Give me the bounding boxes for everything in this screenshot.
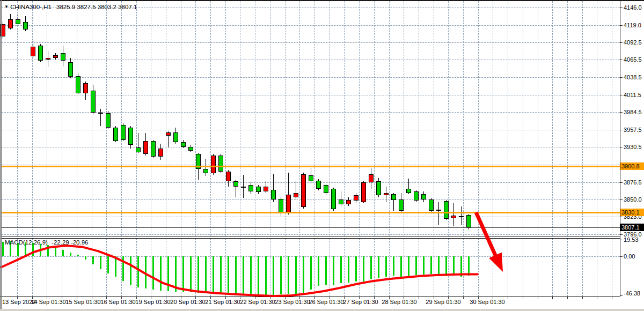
macd-histogram-bar [325,256,327,285]
time-gridline [434,1,434,236]
time-axis-label: 26 Sep 01:30 [309,299,343,305]
candle-body [451,216,456,218]
candle-body [429,199,434,211]
macd-histogram-bar [310,256,312,290]
time-gridline-macd [404,239,404,297]
macd-histogram-bar [250,256,252,296]
candle-body [444,201,449,219]
price-gridline [2,77,620,78]
macd-histogram-bar [423,256,425,275]
time-gridline [240,1,240,236]
time-gridline [567,1,568,236]
price-gridline [2,217,620,217]
candle-body [286,195,291,213]
macd-histogram-bar [130,256,131,285]
time-gridline-macd [552,239,553,297]
macd-histogram-bar [438,256,440,275]
candle-body [331,189,336,209]
time-gridline-macd [314,239,315,297]
macd-histogram-bar [370,256,372,279]
window-top-border [0,0,644,1]
time-gridline-macd [225,239,226,297]
macd-histogram-bar [47,245,49,256]
time-axis-label: 28 Sep 01:30 [382,299,416,305]
time-axis-tick [582,297,583,299]
time-gridline-macd [344,239,345,297]
macd-histogram-bar [430,256,432,274]
time-gridline-macd [62,239,62,297]
macd-histogram-bar [220,256,222,294]
price-axis-label: 4146.0 [624,4,642,11]
symbol-ohlc-values: 3825.9 3827.5 3803.2 3807.1 [56,4,137,10]
pane-splitter[interactable] [2,238,620,239]
candle-body [279,199,283,212]
macd-histogram-bar [92,256,94,264]
horizontal-line[interactable] [2,166,620,167]
time-gridline-macd [389,239,390,297]
current-price-line [2,227,620,228]
price-axis-label: 3850.0 [624,196,642,203]
time-axis-tick [567,297,568,299]
candle-body [143,141,148,154]
time-axis-label: 22 Sep 01:30 [240,299,275,305]
candle-body [354,195,358,201]
time-gridline [255,1,255,236]
time-gridline [612,1,612,236]
time-gridline-macd [523,239,523,297]
candle-body [188,147,193,151]
time-gridline [92,1,92,236]
candle-body [53,55,58,58]
time-axis-tick [612,297,612,299]
time-gridline-macd [136,239,137,297]
candle-body [309,175,313,181]
time-gridline-macd [493,239,493,297]
macd-indicator-label: MACD(12,26,9) -22.29 -20.96 [5,239,89,246]
price-gridline [2,42,620,43]
candle-body [31,47,35,56]
macd-histogram-bar [190,256,192,292]
candle-body [271,190,276,199]
price-axis [620,0,644,309]
macd-histogram-bar [408,256,409,276]
time-gridline [597,1,597,236]
time-axis-tick [538,297,538,299]
time-gridline-macd [567,239,568,297]
time-gridline [330,1,330,236]
candle-body [128,128,133,145]
candle-body [121,125,126,140]
time-gridline [552,1,553,236]
price-axis-label: 4092.5 [624,39,642,46]
macd-histogram-bar [175,256,177,292]
time-gridline-macd [463,239,464,297]
time-gridline-macd [582,239,583,297]
candle-body [151,141,156,157]
time-gridline-macd [106,239,107,297]
price-axis-label: 4011.5 [624,92,641,98]
macd-histogram-bar [258,256,259,296]
macd-histogram-bar [243,256,244,295]
time-gridline [62,1,62,236]
macd-histogram-bar [340,256,342,283]
time-gridline [166,1,166,236]
price-gridline [2,147,620,147]
candle-doji-body [98,113,103,114]
horizontal-line[interactable] [2,212,620,213]
time-gridline [32,1,33,236]
candle-body [339,199,343,205]
symbol-dropdown-icon[interactable]: ▼ [4,4,9,9]
macd-histogram-bar [445,256,447,276]
time-gridline-macd [330,239,330,297]
candle-body [181,142,186,146]
price-gridline [2,234,620,235]
price-pane [0,0,620,236]
time-axis-label: 29 Sep 01:30 [426,299,460,305]
macd-histogram-bar [303,256,304,293]
price-axis-label: 3984.5 [624,109,642,115]
macd-histogram-bar [145,256,147,288]
time-gridline [151,1,151,236]
time-gridline-macd [612,239,612,297]
price-gridline [2,60,620,60]
macd-histogram-bar [280,256,282,294]
time-axis-label: 21 Sep 01:30 [205,299,240,305]
time-gridline-macd [92,239,92,297]
